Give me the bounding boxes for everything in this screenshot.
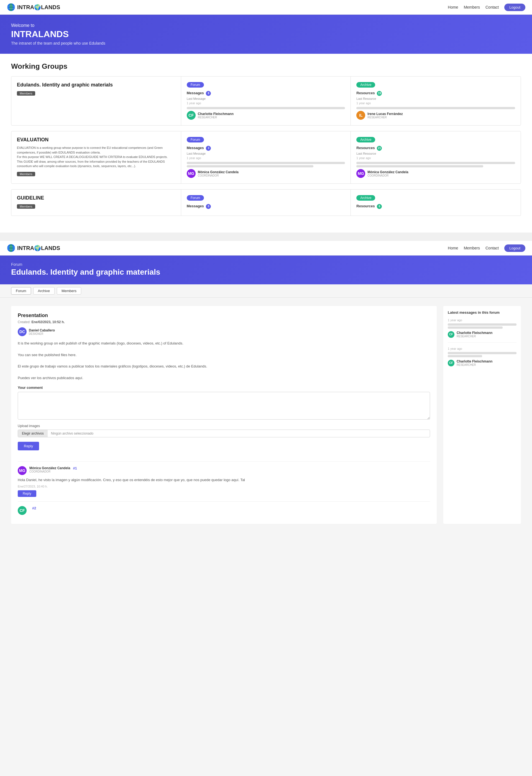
messages-label-2: Messages 3 xyxy=(187,146,345,151)
reply-num-2: #2 xyxy=(32,506,36,510)
forum-tabs: Forum Archive Members xyxy=(0,284,532,298)
forum-sidebar: Latest messages in this forum 1 year ago… xyxy=(443,306,521,524)
avatar-monica2: MG xyxy=(356,169,365,178)
reply-post-2: CF #2 xyxy=(18,501,430,515)
sidebar-snippet-2a xyxy=(448,352,517,354)
logout-button[interactable]: Logout xyxy=(504,4,525,11)
comment-textarea[interactable] xyxy=(18,392,430,420)
group-name-3: GUIDELINE xyxy=(17,195,176,201)
forum-content: Presentation Created: Ene/02/2023, 10:52… xyxy=(0,298,532,532)
avatar-daniel: DC xyxy=(18,327,27,336)
archive-user-role-1: RESEARCHER xyxy=(367,116,403,119)
forum-user-role-1: RESEARCHER xyxy=(198,116,234,119)
reply-author-role-1: COORDINADOR xyxy=(29,470,70,473)
sidebar-time-2: 1 year ago xyxy=(448,347,517,350)
forum-tag-3: Forum xyxy=(187,195,204,201)
svg-point-5 xyxy=(9,244,13,252)
group-card-1: Edulands. Identity and graphic materials… xyxy=(11,76,521,126)
thread-date: Ene/02/2023, 10:52 h. xyxy=(31,320,64,324)
forum-hero-label: Forum xyxy=(11,262,521,266)
upload-filename: Ningún archivo seleccionado xyxy=(48,430,430,437)
forum-main: Presentation Created: Ene/02/2023, 10:52… xyxy=(11,306,437,524)
section-title: Working Groups xyxy=(11,62,521,71)
logo-text: INTRA🌍LANDS xyxy=(17,4,60,11)
navbar-top: INTRA🌍LANDS Home Members Contact Logout xyxy=(0,0,532,15)
logo[interactable]: INTRA🌍LANDS xyxy=(7,3,60,12)
archive-user-row-1: IL Irene Lucas Ferrández RESEARCHER xyxy=(356,111,515,120)
reply-text-1: Hola Daniel, he visto la imagen y algún … xyxy=(18,477,430,483)
group-info-2: EVALUATION EVALUATION is a working group… xyxy=(11,131,181,183)
group-badge-3: Members xyxy=(17,204,35,209)
working-groups-section: Working Groups Edulands. Identity and gr… xyxy=(0,54,532,232)
reply-button-1[interactable]: Reply xyxy=(18,490,36,497)
reply-header-1: MG Mónica González Candela COORDINADOR #… xyxy=(18,466,430,475)
resources-label-1: Resources 19 xyxy=(356,91,515,96)
nav-members[interactable]: Members xyxy=(464,5,480,9)
forum-hero-title: Edulands. Identity and graphic materials xyxy=(11,268,521,276)
group-archive-3: Archive Resources 6 xyxy=(351,190,521,216)
avatar-irene: IL xyxy=(356,111,365,120)
messages-count-1: 8 xyxy=(206,91,211,96)
reply-button-main[interactable]: Reply xyxy=(18,442,39,450)
hero-section: Welcome to INTRALANDS The intranet of th… xyxy=(0,15,532,54)
thread-title: Presentation xyxy=(18,313,430,319)
thread-author-name: Daniel Caballero xyxy=(29,329,55,332)
last-msg-label-2: Last Message xyxy=(187,152,345,155)
page-separator xyxy=(0,232,532,241)
thread-line-2: You can see the published files here. xyxy=(18,352,430,358)
messages-label-1: Messages 8 xyxy=(187,91,345,96)
sidebar-msg-2: 1 year ago CF Charlotte Fleischmann RESE… xyxy=(448,347,517,371)
blurred-preview-a2b xyxy=(356,165,483,167)
archive-user-role-2: COORDINADOR xyxy=(367,174,408,177)
group-archive-2: Archive Resources 21 Last Resource 1 yea… xyxy=(351,131,521,183)
archive-tag-1: Archive xyxy=(356,82,375,87)
sidebar-msg-1: 1 year ago CF Charlotte Fleischmann RESE… xyxy=(448,319,517,343)
sidebar-user-role-1: RESEARCHER xyxy=(457,335,492,338)
group-badge-1: Members xyxy=(17,91,35,95)
nav-members-forum[interactable]: Members xyxy=(464,246,480,250)
sidebar-snippet-1a xyxy=(448,324,517,326)
avatar-monica: MG xyxy=(187,169,196,178)
logo-forum[interactable]: INTRA🌍LANDS xyxy=(7,244,60,252)
nav-links-forum: Home Members Contact Logout xyxy=(448,244,525,252)
nav-home-forum[interactable]: Home xyxy=(448,246,458,250)
messages-count-2: 3 xyxy=(206,146,211,151)
last-msg-label-1: Last Message xyxy=(187,97,345,100)
nav-contact-forum[interactable]: Contact xyxy=(486,246,499,250)
hero-subtitle: The intranet of the team and people who … xyxy=(11,41,521,45)
nav-home[interactable]: Home xyxy=(448,5,458,9)
thread-meta: Created: Ene/02/2023, 10:52 h. xyxy=(18,320,430,324)
group-forum-3: Forum Messages 0 xyxy=(181,190,351,216)
forum-user-name-2: Mónica González Candela xyxy=(198,170,239,174)
forum-tag-2: Forum xyxy=(187,137,204,143)
tab-archive[interactable]: Archive xyxy=(33,287,55,295)
messages-label-3: Messages 0 xyxy=(187,204,345,209)
sidebar-user-name-1: Charlotte Fleischmann xyxy=(457,331,492,335)
sidebar-title: Latest messages in this forum xyxy=(448,311,517,315)
blurred-preview-a1 xyxy=(356,107,515,109)
thread-line-4: Puedes ver los archivos publicados aquí. xyxy=(18,375,430,381)
blurred-preview-2a xyxy=(187,162,345,164)
sidebar-time-1: 1 year ago xyxy=(448,319,517,322)
logout-button-forum[interactable]: Logout xyxy=(504,244,525,252)
globe-icon xyxy=(7,3,15,12)
sidebar-snippet-2b xyxy=(448,355,482,357)
thread-body: It is the working group on edit publish … xyxy=(18,341,430,381)
forum-hero: Forum Edulands. Identity and graphic mat… xyxy=(0,255,532,284)
upload-row: Elegir archivos Ningún archivo seleccion… xyxy=(18,429,430,437)
archive-time-1: 1 year ago xyxy=(356,102,515,105)
upload-button[interactable]: Elegir archivos xyxy=(18,430,48,437)
thread-author-row: DC Daniel Caballero DESIGNER xyxy=(18,327,430,336)
last-resource-label-1: Last Resource xyxy=(356,97,515,100)
hero-welcome: Welcome to xyxy=(11,23,521,28)
tab-members[interactable]: Members xyxy=(57,287,81,295)
group-info-1: Edulands. Identity and graphic materials… xyxy=(11,76,181,125)
sidebar-user-row-1: CF Charlotte Fleischmann RESEARCHER xyxy=(448,331,517,338)
forum-user-role-2: COORDINADOR xyxy=(198,174,239,177)
nav-contact[interactable]: Contact xyxy=(486,5,499,9)
resources-count-2: 21 xyxy=(377,146,382,151)
globe-icon-2 xyxy=(7,244,15,252)
sidebar-snippet-1b xyxy=(448,327,503,329)
tab-forum[interactable]: Forum xyxy=(11,287,31,295)
nav-links: Home Members Contact Logout xyxy=(448,4,525,11)
